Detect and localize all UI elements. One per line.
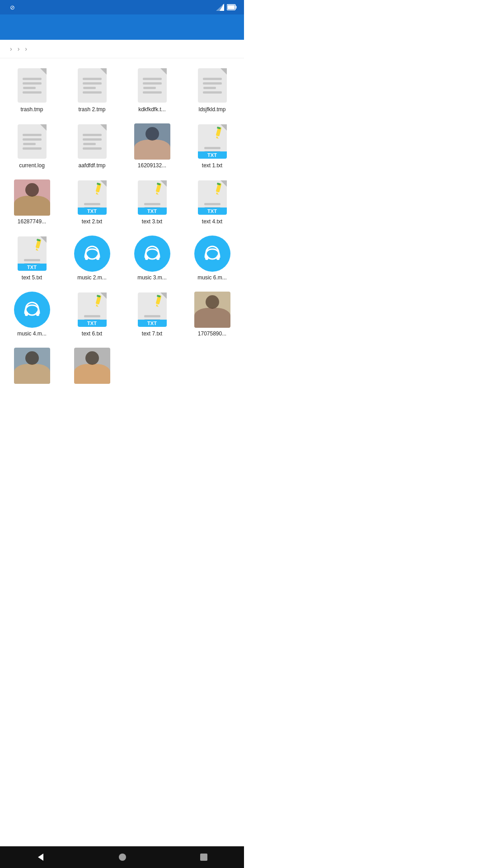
txt-icon-wrap: TXT <box>74 179 110 216</box>
file-name: text 4.txt <box>202 218 222 225</box>
breadcrumb: › › › <box>0 40 244 58</box>
file-name: text 7.txt <box>142 330 162 337</box>
headphones-icon <box>202 243 223 264</box>
file-item-f14[interactable]: music 2.m... <box>64 232 120 284</box>
file-item-f9[interactable]: 16287749... <box>4 176 60 228</box>
signal-icon <box>216 4 224 11</box>
file-name: text 2.txt <box>82 218 102 225</box>
pencil-icon <box>152 294 165 309</box>
file-name: text 6.txt <box>82 330 102 337</box>
txt-icon-wrap: TXT <box>194 123 230 160</box>
pencil-icon <box>92 182 105 197</box>
doc-icon-wrap <box>194 67 230 104</box>
svg-marker-13 <box>156 192 159 195</box>
file-item-f19[interactable]: TXT text 7.txt <box>124 288 180 340</box>
music-icon-wrap <box>14 292 50 328</box>
file-item-f12[interactable]: TXT text 4.txt <box>184 176 240 228</box>
file-name: aafdfdf.tmp <box>78 162 105 169</box>
doc-icon-wrap <box>134 67 170 104</box>
file-item-f7[interactable]: 16209132... <box>124 120 180 172</box>
pencil-icon <box>212 126 225 141</box>
doc-icon-wrap <box>14 123 50 160</box>
file-name: music 4.m... <box>17 330 47 337</box>
file-name: trash 2.tmp <box>78 106 105 113</box>
file-item-f17[interactable]: music 4.m... <box>4 288 60 340</box>
doc-icon-wrap <box>74 67 110 104</box>
file-name: ldsjfkld.tmp <box>198 106 225 113</box>
music-icon-wrap <box>134 236 170 272</box>
file-item-f21[interactable] <box>4 344 60 390</box>
file-name: trash.tmp <box>20 106 43 113</box>
breadcrumb-sep-1: › <box>10 45 12 52</box>
file-item-f13[interactable]: TXT text 5.txt <box>4 232 60 284</box>
image-thumb <box>14 348 50 384</box>
headphones-icon <box>141 243 163 264</box>
file-name: music 6.m... <box>197 274 227 281</box>
status-icons <box>216 4 237 11</box>
file-name: 17075890... <box>198 330 226 337</box>
file-name: text 5.txt <box>22 274 42 281</box>
txt-icon-wrap: TXT <box>134 179 170 216</box>
file-item-f3[interactable]: kdkfkdfk.t... <box>124 64 180 116</box>
file-item-f11[interactable]: TXT text 3.txt <box>124 176 180 228</box>
breadcrumb-sep-2: › <box>18 45 20 52</box>
pencil-icon <box>32 238 45 253</box>
status-q-icon: ⊘ <box>10 4 15 11</box>
txt-icon-wrap: TXT <box>134 292 170 328</box>
file-name: text 3.txt <box>142 218 162 225</box>
file-item-f8[interactable]: TXT text 1.txt <box>184 120 240 172</box>
music-icon-wrap <box>194 236 230 272</box>
txt-icon-wrap: TXT <box>194 179 230 216</box>
file-item-f6[interactable]: aafdfdf.tmp <box>64 120 120 172</box>
headphones-icon <box>21 299 43 321</box>
file-item-f20[interactable]: 17075890... <box>184 288 240 340</box>
pencil-icon <box>212 182 225 197</box>
image-thumb <box>134 123 170 160</box>
image-thumb <box>74 348 110 384</box>
txt-icon-wrap: TXT <box>14 236 50 272</box>
svg-marker-16 <box>216 192 219 195</box>
battery-icon <box>227 4 237 10</box>
toolbar <box>0 14 244 40</box>
svg-marker-7 <box>216 136 219 139</box>
image-thumb <box>194 292 230 328</box>
file-name: 16209132... <box>138 162 166 169</box>
svg-marker-34 <box>96 304 99 307</box>
svg-marker-19 <box>36 248 38 251</box>
file-item-f16[interactable]: music 6.m... <box>184 232 240 284</box>
file-item-f1[interactable]: trash.tmp <box>4 64 60 116</box>
file-item-f10[interactable]: TXT text 2.txt <box>64 176 120 228</box>
pencil-icon <box>92 294 105 309</box>
file-name: music 3.m... <box>137 274 167 281</box>
file-name: kdkfkdfk.t... <box>138 106 166 113</box>
file-name: music 2.m... <box>77 274 107 281</box>
file-item-f15[interactable]: music 3.m... <box>124 232 180 284</box>
svg-rect-4 <box>236 6 237 9</box>
file-item-f2[interactable]: trash 2.tmp <box>64 64 120 116</box>
file-name: current.log <box>19 162 45 169</box>
svg-rect-5 <box>228 5 235 9</box>
status-bar: ⊘ <box>0 0 244 14</box>
file-name: text 1.txt <box>202 162 222 169</box>
image-thumb <box>14 179 50 216</box>
file-name: 16287749... <box>18 218 46 225</box>
doc-icon-wrap <box>74 123 110 160</box>
file-item-f5[interactable]: current.log <box>4 120 60 172</box>
pencil-icon <box>152 182 165 197</box>
file-item-f4[interactable]: ldsjfkld.tmp <box>184 64 240 116</box>
headphones-icon <box>81 243 103 264</box>
svg-marker-10 <box>96 192 99 195</box>
svg-marker-37 <box>156 304 159 307</box>
file-item-f18[interactable]: TXT text 6.txt <box>64 288 120 340</box>
music-icon-wrap <box>74 236 110 272</box>
breadcrumb-sep-3: › <box>25 45 27 52</box>
file-grid: trash.tmp trash 2.tmp kdkfkdfk.t... ldsj… <box>0 58 244 417</box>
txt-icon-wrap: TXT <box>74 292 110 328</box>
file-item-f22[interactable] <box>64 344 120 390</box>
doc-icon-wrap <box>14 67 50 104</box>
